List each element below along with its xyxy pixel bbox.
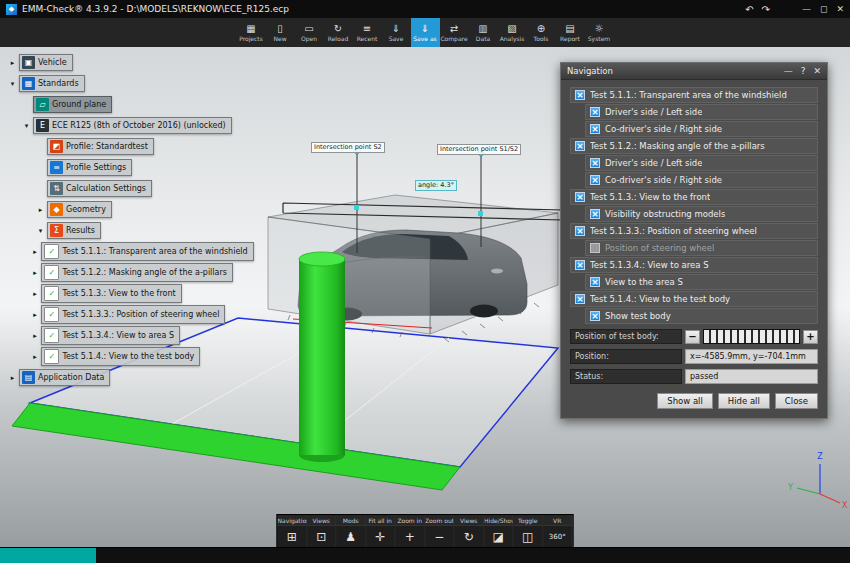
tree-item-pill[interactable]: ≡ Profile Settings xyxy=(47,159,132,176)
tree-item[interactable]: ▱ Ground plane xyxy=(0,94,254,115)
toolbar-button[interactable]: ⊕ Tools xyxy=(527,18,556,47)
tree-item-pill[interactable]: ✓ Test 5.1.3.: View to the front xyxy=(41,284,181,303)
tree-item[interactable]: ≡ Profile Settings xyxy=(0,157,254,178)
toolbar-button[interactable]: ↻ Reload xyxy=(324,18,353,47)
tree-item-pill[interactable]: ✓ Test 5.1.3.3.: Position of steering wh… xyxy=(41,305,225,324)
nav-panel-button[interactable]: Close xyxy=(775,393,818,409)
nav-checkbox-row[interactable]: × Test 5.1.3.: View to the front xyxy=(570,189,818,205)
nav-panel-button[interactable]: Show all xyxy=(657,393,713,409)
checkbox-icon[interactable]: × xyxy=(575,141,585,151)
tree-item-pill[interactable]: ▦ Standards xyxy=(19,75,85,92)
tree-item[interactable]: ▾ Σ Results xyxy=(0,220,254,241)
checkbox-icon[interactable] xyxy=(590,243,600,253)
tree-item[interactable]: ▸ ✓ Test 5.1.3.: View to the front xyxy=(0,283,254,304)
view-toolbar-button-icon[interactable]: 360° xyxy=(543,526,573,547)
toolbar-button[interactable]: ▯ New xyxy=(266,18,295,47)
toolbar-button[interactable]: ▧ Analysis xyxy=(498,18,527,47)
tree-item-pill[interactable]: ⇅ Calculation Settings xyxy=(47,180,152,197)
minimize-icon[interactable]: — xyxy=(802,4,811,14)
panel-help-icon[interactable]: ? xyxy=(801,66,806,76)
tree-item-pill[interactable]: ✓ Test 5.1.1.: Transparent area of the w… xyxy=(41,242,253,261)
nav-panel-button[interactable]: Hide all xyxy=(718,393,770,409)
toolbar-button[interactable]: ⇓ Save xyxy=(382,18,411,47)
test-body-position-increase-button[interactable]: + xyxy=(803,330,818,344)
checkbox-icon[interactable]: × xyxy=(575,192,585,202)
tree-item[interactable]: ▸ ✓ Test 5.1.3.4.: View to area S xyxy=(0,325,254,346)
checkbox-icon[interactable]: × xyxy=(590,107,600,117)
view-toolbar-button-icon[interactable]: ♟ xyxy=(337,526,367,547)
view-toolbar-button-icon[interactable]: − xyxy=(425,526,455,547)
checkbox-icon[interactable]: × xyxy=(575,294,585,304)
tree-item[interactable]: ▾ E ECE R125 (8th of October 2016) (unlo… xyxy=(0,115,254,136)
tree-item-pill[interactable]: ▣ Vehicle xyxy=(19,54,73,71)
checkbox-icon[interactable]: × xyxy=(590,277,600,287)
view-toolbar-button[interactable]: Navigation ⊞ xyxy=(278,515,308,547)
test-body-position-decrease-button[interactable]: − xyxy=(685,330,700,344)
tree-expand-icon[interactable]: ▸ xyxy=(30,290,39,298)
tree-item-pill[interactable]: ▤ Application Data xyxy=(19,369,110,386)
tree-item[interactable]: ▸ ▣ Vehicle xyxy=(0,52,254,73)
view-toolbar-button-icon[interactable]: ◪ xyxy=(484,526,514,547)
nav-checkbox-row[interactable]: × Test 5.1.3.4.: View to area S xyxy=(570,257,818,273)
tree-item-pill[interactable]: ✓ Test 5.1.2.: Masking angle of the a-pi… xyxy=(41,263,233,282)
nav-checkbox-row[interactable]: × Test 5.1.2.: Masking angle of the a-pi… xyxy=(570,138,818,154)
tree-item[interactable]: ◩ Profile: Standardtest xyxy=(0,136,254,157)
close-icon[interactable]: ✕ xyxy=(836,4,844,14)
tree-item-pill[interactable]: ✓ Test 5.1.4.: View to the test body xyxy=(41,347,200,366)
tree-expand-icon[interactable]: ▾ xyxy=(36,227,45,235)
nav-checkbox-row[interactable]: × Driver's side / Left side xyxy=(585,104,818,120)
tree-expand-icon[interactable]: ▸ xyxy=(30,248,39,256)
tree-item[interactable]: ⇅ Calculation Settings xyxy=(0,178,254,199)
checkbox-icon[interactable]: × xyxy=(575,260,585,270)
tree-item[interactable]: ▸ ✓ Test 5.1.1.: Transparent area of the… xyxy=(0,241,254,262)
tree-item[interactable]: ▾ ▦ Standards xyxy=(0,73,254,94)
toolbar-button[interactable]: ▭ Open xyxy=(295,18,324,47)
tree-expand-icon[interactable]: ▾ xyxy=(22,122,31,130)
tree-item[interactable]: ▸ ✓ Test 5.1.2.: Masking angle of the a-… xyxy=(0,262,254,283)
view-toolbar-button[interactable]: Mods ♟ xyxy=(337,515,367,547)
view-toolbar-button[interactable]: Hide/Show ◪ xyxy=(484,515,514,547)
tree-item[interactable]: ▸ ◆ Geometry xyxy=(0,199,254,220)
toolbar-button[interactable]: ≡ Recent xyxy=(353,18,382,47)
panel-close-icon[interactable]: ✕ xyxy=(813,66,821,76)
view-toolbar-button[interactable]: Toggle ◫ xyxy=(514,515,544,547)
checkbox-icon[interactable]: × xyxy=(590,209,600,219)
undo-icon[interactable]: ↶ xyxy=(745,4,753,15)
nav-checkbox-row[interactable]: × Test 5.1.3.3.: Position of steering wh… xyxy=(570,223,818,239)
nav-checkbox-row[interactable]: × Co-driver's side / Right side xyxy=(585,172,818,188)
view-toolbar-button[interactable]: Views ⊡ xyxy=(307,515,337,547)
nav-checkbox-row[interactable]: × Driver's side / Left side xyxy=(585,155,818,171)
view-toolbar-button[interactable]: Zoom out − xyxy=(425,515,455,547)
test-body-position-slider[interactable] xyxy=(703,329,800,344)
tree-item-pill[interactable]: E ECE R125 (8th of October 2016) (unlock… xyxy=(33,117,232,134)
view-toolbar-button-icon[interactable]: ◫ xyxy=(514,526,544,547)
tree-item-pill[interactable]: ◆ Geometry xyxy=(47,201,112,218)
tree-item[interactable]: ▸ ✓ Test 5.1.3.3.: Position of steering … xyxy=(0,304,254,325)
titlebar[interactable]: ◆ EMM-Check® 4.3.9.2 - D:\MODELS\REKNOW\… xyxy=(0,0,850,18)
tree-expand-icon[interactable]: ▸ xyxy=(30,269,39,277)
view-toolbar-button-icon[interactable]: + xyxy=(396,526,426,547)
tree-expand-icon[interactable]: ▸ xyxy=(30,332,39,340)
checkbox-icon[interactable]: × xyxy=(575,226,585,236)
tree-expand-icon[interactable]: ▾ xyxy=(8,80,17,88)
tree-item-pill[interactable]: ✓ Test 5.1.3.4.: View to area S xyxy=(41,326,180,345)
tree-expand-icon[interactable]: ▸ xyxy=(30,311,39,319)
view-toolbar-button-icon[interactable]: ↻ xyxy=(455,526,485,547)
toolbar-button[interactable]: ▥ Data xyxy=(469,18,498,47)
view-toolbar-button-icon[interactable]: ⊞ xyxy=(278,526,308,547)
nav-checkbox-row[interactable]: × Co-driver's side / Right side xyxy=(585,121,818,137)
view-toolbar-button[interactable]: Zoom in + xyxy=(396,515,426,547)
tree-item[interactable]: ▸ ▤ Application Data xyxy=(0,367,254,388)
checkbox-icon[interactable]: × xyxy=(590,311,600,321)
toolbar-button[interactable]: ⇄ Compare xyxy=(440,18,469,47)
viewport[interactable]: Z Y X Intersection point S2 Intersection… xyxy=(0,47,850,548)
checkbox-icon[interactable]: × xyxy=(575,90,585,100)
tree-expand-icon[interactable]: ▸ xyxy=(8,374,17,382)
panel-minimize-icon[interactable]: — xyxy=(784,66,793,76)
toolbar-button[interactable]: ☼ System xyxy=(585,18,614,47)
nav-checkbox-row[interactable]: Position of steering wheel xyxy=(585,240,818,256)
maximize-icon[interactable]: ◻ xyxy=(820,4,827,14)
nav-checkbox-row[interactable]: × Visibility obstructing models xyxy=(585,206,818,222)
checkbox-icon[interactable]: × xyxy=(590,175,600,185)
checkbox-icon[interactable]: × xyxy=(590,124,600,134)
